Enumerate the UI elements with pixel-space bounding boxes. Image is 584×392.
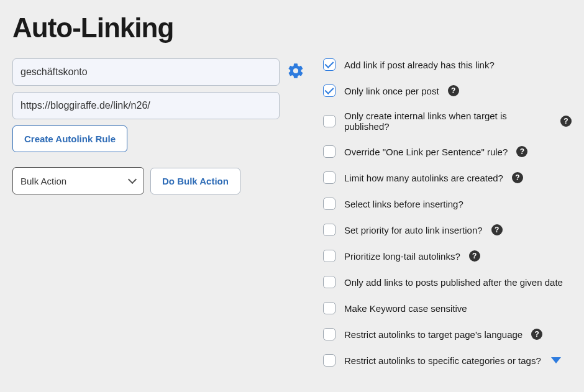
option-row: Add link if post already has this link? xyxy=(323,58,572,71)
help-icon[interactable]: ? xyxy=(560,116,572,127)
gear-icon[interactable] xyxy=(287,62,304,82)
option-checkbox[interactable] xyxy=(323,58,335,71)
help-icon[interactable]: ? xyxy=(531,329,542,340)
chevron-down-icon[interactable] xyxy=(551,357,561,363)
option-row: Restrict autolinks to specific categorie… xyxy=(323,354,572,367)
options-column: Add link if post already has this link?O… xyxy=(323,58,572,367)
option-checkbox[interactable] xyxy=(323,115,335,127)
bulk-action-select[interactable]: Bulk Action xyxy=(12,167,144,194)
do-bulk-action-button[interactable]: Do Bulk Action xyxy=(150,168,240,194)
option-checkbox[interactable] xyxy=(323,224,335,236)
left-column: Create Autolink Rule Bulk Action Do Bulk… xyxy=(12,58,311,367)
option-label: Only create internal links when target i… xyxy=(344,111,552,132)
option-row: Prioritize long-tail autolinks?? xyxy=(323,250,572,262)
option-label: Restrict autolinks to specific categorie… xyxy=(344,355,541,366)
option-label: Only add links to posts published after … xyxy=(344,277,563,288)
option-row: Only link once per post? xyxy=(323,84,572,97)
option-label: Prioritize long-tail autolinks? xyxy=(344,251,460,262)
option-row: Make Keyword case sensitive xyxy=(323,302,572,314)
option-label: Set priority for auto link insertion? xyxy=(344,225,483,235)
keyword-input[interactable] xyxy=(12,58,280,86)
option-row: Select links before inserting? xyxy=(323,198,572,210)
option-row: Only create internal links when target i… xyxy=(323,111,572,132)
option-row: Set priority for auto link insertion?? xyxy=(323,224,572,236)
option-checkbox[interactable] xyxy=(323,250,335,262)
option-checkbox[interactable] xyxy=(323,171,335,184)
option-checkbox[interactable] xyxy=(323,198,335,210)
option-label: Restrict autolinks to target page's lang… xyxy=(344,329,522,340)
help-icon[interactable]: ? xyxy=(512,172,523,183)
option-row: Limit how many autolinks are created?? xyxy=(323,171,572,184)
option-checkbox[interactable] xyxy=(323,145,335,158)
option-checkbox[interactable] xyxy=(323,328,335,340)
option-label: Make Keyword case sensitive xyxy=(344,303,467,314)
url-input[interactable] xyxy=(12,92,280,119)
option-label: Only link once per post xyxy=(344,86,439,96)
help-icon[interactable]: ? xyxy=(516,146,527,157)
page-title: Auto-Linking xyxy=(12,12,572,43)
option-row: Only add links to posts published after … xyxy=(323,276,572,288)
option-checkbox[interactable] xyxy=(323,302,335,314)
create-autolink-button[interactable]: Create Autolink Rule xyxy=(12,125,127,152)
option-row: Restrict autolinks to target page's lang… xyxy=(323,328,572,340)
help-icon[interactable]: ? xyxy=(491,224,503,235)
option-checkbox[interactable] xyxy=(323,354,335,367)
help-icon[interactable]: ? xyxy=(448,85,459,96)
option-label: Select links before inserting? xyxy=(344,199,463,209)
option-label: Override "One Link per Sentence" rule? xyxy=(344,147,508,157)
option-label: Add link if post already has this link? xyxy=(344,60,495,70)
option-row: Override "One Link per Sentence" rule?? xyxy=(323,145,572,158)
option-label: Limit how many autolinks are created? xyxy=(344,173,503,183)
help-icon[interactable]: ? xyxy=(469,250,480,262)
option-checkbox[interactable] xyxy=(323,84,335,97)
option-checkbox[interactable] xyxy=(323,276,335,288)
